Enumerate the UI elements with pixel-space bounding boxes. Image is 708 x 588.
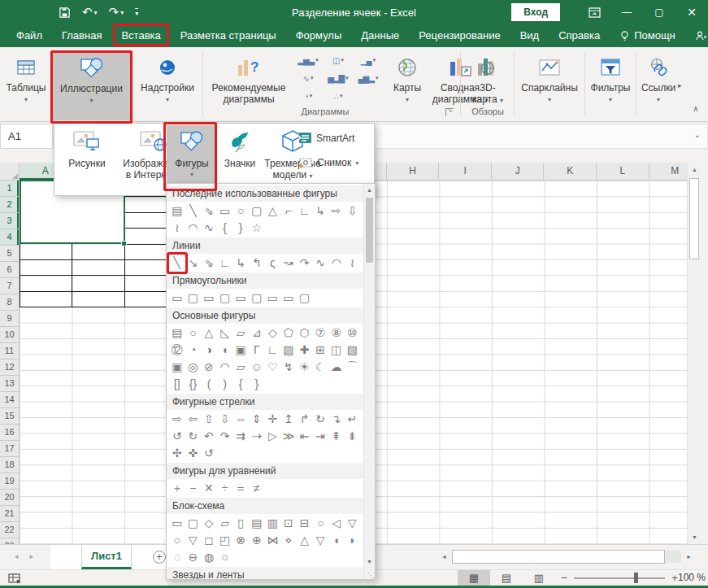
shape-item[interactable]: ∿: [312, 255, 328, 272]
shape-item[interactable]: ↘: [185, 255, 202, 272]
shape-item[interactable]: ╲: [185, 203, 202, 220]
links-button[interactable]: Ссылки ▾: [639, 50, 678, 119]
shape-item[interactable]: ↴: [328, 411, 345, 428]
shape-item[interactable]: ▢: [185, 515, 202, 532]
shape-item[interactable]: ◇: [201, 515, 217, 532]
row-header-1[interactable]: 1: [0, 181, 19, 197]
shape-item[interactable]: ▭: [265, 290, 281, 307]
row-header-16[interactable]: 16: [0, 425, 19, 441]
shape-item[interactable]: ⇥: [312, 428, 328, 445]
shape-item[interactable]: ○: [185, 324, 202, 342]
shape-item[interactable]: ⇢: [249, 428, 265, 445]
row-header-13[interactable]: 13: [0, 376, 19, 392]
zoom-slider-thumb[interactable]: [634, 573, 638, 583]
undo-button[interactable]: ↶▾: [82, 5, 98, 20]
shape-item[interactable]: ◖: [328, 532, 345, 549]
shape-item[interactable]: ▢: [249, 203, 265, 220]
shape-item[interactable]: ↺: [169, 428, 185, 445]
tab-insert[interactable]: Вставка: [111, 24, 170, 47]
shape-item[interactable]: ↳: [312, 203, 328, 220]
shape-item[interactable]: ☁: [328, 359, 345, 376]
shape-item[interactable]: ↳: [232, 255, 249, 272]
shape-item[interactable]: ∟: [265, 342, 281, 359]
shape-item[interactable]: ○: [232, 203, 249, 220]
shape-item[interactable]: ↥: [280, 411, 297, 428]
shape-item[interactable]: ▨: [280, 342, 297, 359]
shape-item[interactable]: ≠: [249, 480, 265, 497]
tables-button[interactable]: Таблицы ▾: [2, 50, 50, 119]
chart-type-button[interactable]: ▅▂▇▾: [324, 70, 352, 86]
formula-bar-expand-icon[interactable]: ⌄: [694, 130, 701, 139]
shape-item[interactable]: ▭: [217, 203, 233, 220]
smartart-menu-item[interactable]: SmartArt: [298, 132, 354, 144]
row-header-20[interactable]: 20: [0, 490, 19, 506]
shape-item[interactable]: ☆: [249, 220, 265, 237]
shape-item[interactable]: }: [232, 220, 249, 237]
view-page-layout-button[interactable]: ▤: [490, 570, 523, 586]
shape-item[interactable]: ◌: [169, 549, 185, 566]
charts-dialog-launcher[interactable]: [445, 108, 454, 116]
shape-item[interactable]: ✣: [169, 445, 185, 462]
new-sheet-button[interactable]: +: [153, 551, 166, 564]
row-header-18[interactable]: 18: [0, 457, 19, 473]
shape-item[interactable]: ⇘: [201, 255, 217, 272]
shape-item[interactable]: []: [169, 376, 185, 393]
tab-share[interactable]: Поделиться: [685, 24, 708, 47]
shape-item[interactable]: {}: [185, 376, 202, 393]
shape-item[interactable]: ▱: [232, 359, 249, 376]
shape-item[interactable]: ☾: [312, 359, 328, 376]
shape-item[interactable]: ⊡: [280, 515, 297, 532]
shape-item[interactable]: ○: [169, 532, 185, 549]
customize-qat-button[interactable]: ▾: [135, 8, 138, 17]
chart-type-button[interactable]: ▂▅▃▾: [294, 52, 322, 68]
addins-button[interactable]: Надстройки ▾: [137, 50, 198, 119]
shape-item[interactable]: ▢: [297, 290, 313, 307]
shape-item[interactable]: ♡: [265, 359, 281, 376]
shape-item[interactable]: ↯: [280, 359, 297, 376]
shape-item[interactable]: ⊕: [249, 532, 265, 549]
row-header-23[interactable]: 23: [0, 538, 19, 544]
shape-item[interactable]: ☺: [249, 359, 265, 376]
chart-type-button[interactable]: ▁▄▾: [354, 52, 382, 68]
view-page-break-button[interactable]: ▥: [523, 570, 555, 586]
tab-formulas[interactable]: Формулы: [286, 24, 352, 47]
shape-item[interactable]: ⇨: [169, 411, 185, 428]
shape-item[interactable]: ↱: [297, 411, 313, 428]
row-header-8[interactable]: 8: [0, 294, 19, 311]
shape-item[interactable]: ): [217, 376, 233, 393]
shape-item[interactable]: ▭: [201, 290, 217, 307]
row-header-21[interactable]: 21: [0, 506, 19, 522]
tab-home[interactable]: Главная: [52, 24, 111, 47]
shape-item[interactable]: ▤: [169, 324, 185, 342]
shape-item[interactable]: ⑫: [169, 342, 185, 359]
shape-item[interactable]: ◎: [185, 359, 202, 376]
shape-item[interactable]: ▽: [185, 532, 202, 549]
shape-item[interactable]: ◍: [201, 549, 217, 566]
shape-item[interactable]: ✕: [201, 480, 217, 497]
shape-item[interactable]: ▱: [217, 515, 233, 532]
shape-item[interactable]: ○: [217, 549, 233, 566]
row-header-4[interactable]: 4: [0, 229, 19, 246]
shape-item[interactable]: ＝: [232, 480, 249, 497]
shape-item[interactable]: ⑩: [345, 324, 361, 342]
shape-item[interactable]: ☀: [297, 359, 313, 376]
tab-data[interactable]: Данные: [351, 24, 409, 47]
shape-item[interactable]: ▤: [169, 203, 185, 220]
shape-item[interactable]: ⊗: [232, 532, 249, 549]
minimize-button[interactable]: —: [610, 0, 643, 24]
shape-item[interactable]: ⇞: [328, 428, 345, 445]
shape-item[interactable]: ς: [265, 255, 281, 272]
shape-item[interactable]: (: [201, 376, 217, 393]
shape-item[interactable]: ↶: [201, 428, 217, 445]
shape-item[interactable]: ≀: [169, 220, 185, 237]
shape-item[interactable]: ▷: [265, 428, 281, 445]
shape-item[interactable]: ↻: [312, 411, 328, 428]
scroll-up-icon[interactable]: ▲: [688, 163, 701, 176]
chart-type-button[interactable]: ◔▾: [294, 88, 322, 104]
horizontal-scrollbar[interactable]: ◄ ►: [437, 550, 696, 564]
zoom-slider[interactable]: [574, 577, 665, 579]
maximize-button[interactable]: ▢: [643, 0, 675, 24]
scroll-right-icon[interactable]: ►: [682, 550, 696, 564]
row-header-10[interactable]: 10: [0, 327, 19, 343]
shape-item[interactable]: ∿: [201, 220, 217, 237]
